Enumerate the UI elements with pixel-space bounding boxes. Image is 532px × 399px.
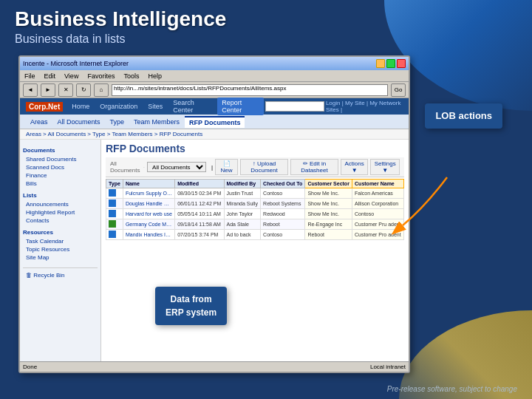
- cell-name[interactable]: Harvard for web use: [123, 209, 174, 219]
- table-row: Harvard for web use 05/05/14 10:11 AM Jo…: [106, 209, 404, 219]
- forward-button[interactable]: ►: [41, 83, 55, 97]
- edit-datasheet-button[interactable]: ✏ Edit in Datasheet: [290, 159, 338, 175]
- sp-search-input[interactable]: [265, 101, 324, 112]
- breadcrumb-text: Areas > All Documents > Type > Team Memb…: [26, 131, 202, 137]
- sp-nav-home[interactable]: Home: [67, 101, 94, 112]
- cell-modified-by: Ada Stale: [224, 219, 261, 230]
- cell-modified-by: John Taylor: [224, 209, 261, 219]
- cell-modified-by: Justin Trust: [224, 188, 261, 199]
- content-area: Documents Shared Documents Scanned Docs …: [20, 140, 409, 373]
- browser-controls: [376, 59, 406, 68]
- menu-tools[interactable]: Tools: [122, 72, 140, 80]
- breadcrumb: Areas > All Documents > Type > Team Memb…: [20, 129, 409, 140]
- cell-customer-sector: Show Me Inc.: [305, 209, 352, 219]
- new-button[interactable]: 📄 New: [215, 159, 238, 175]
- cell-checked-out: Reboot Systems: [261, 199, 305, 209]
- cell-checked-out: Redwood: [261, 209, 305, 219]
- page-subtitle: Business data in lists: [15, 33, 226, 46]
- col-header-type[interactable]: Type: [106, 180, 123, 188]
- menu-view[interactable]: View: [63, 72, 80, 80]
- sp-logo: Corp.Net: [26, 102, 63, 112]
- go-button[interactable]: Go: [391, 83, 406, 97]
- upload-button[interactable]: ↑ Upload Document: [240, 159, 288, 175]
- cell-type: [106, 230, 123, 240]
- browser-title: Incente - Microsoft Internet Explorer: [23, 60, 129, 67]
- browser-statusbar: Done Local intranet: [20, 361, 409, 372]
- sp-site-type[interactable]: Type: [106, 117, 129, 127]
- cell-name[interactable]: Fulcrum Supply Orders: [123, 188, 174, 199]
- lob-actions-text: LOB actions: [435, 110, 492, 121]
- sp-site-all-docs[interactable]: All Documents: [53, 117, 105, 127]
- col-header-checked-out[interactable]: Checked Out To: [261, 180, 305, 188]
- refresh-button[interactable]: ↻: [76, 83, 91, 97]
- list-title: RFP Documents: [106, 143, 404, 154]
- menu-file[interactable]: File: [23, 72, 37, 80]
- table-row: Mandix Handles Inc. 07/20/15 3:74 PM Ad …: [106, 230, 404, 240]
- sidebar-finance[interactable]: Finance: [23, 171, 98, 180]
- sidebar-sitemap[interactable]: Site Map: [23, 253, 98, 262]
- cell-checked-out: Contoso: [261, 230, 305, 240]
- lob-actions-callout: LOB actions: [425, 103, 502, 129]
- main-content: RFP Documents All Documents · All Docume…: [101, 140, 409, 373]
- cell-name[interactable]: Mandix Handles Inc.: [123, 230, 174, 240]
- sidebar-bills[interactable]: Bills: [23, 180, 98, 188]
- sp-nav-report[interactable]: Report Center: [217, 98, 264, 115]
- minimize-button[interactable]: [376, 59, 385, 68]
- cell-name[interactable]: Douglas Handle Services: [123, 199, 174, 209]
- erp-line2: ERP system: [166, 306, 216, 319]
- sidebar-shared-docs[interactable]: Shared Documents: [23, 155, 98, 163]
- arrow-indicator: [388, 170, 462, 247]
- browser-menubar: File Edit View Favorites Tools Help: [20, 70, 409, 82]
- cell-modified: 06/01/11 12:42 PM: [175, 199, 224, 209]
- sidebar-tasks[interactable]: Task Calendar: [23, 237, 98, 245]
- sidebar-contacts[interactable]: Contacts: [23, 216, 98, 225]
- sp-nav-sites[interactable]: Sites: [143, 101, 167, 112]
- erp-line1: Data from: [166, 293, 216, 306]
- sidebar-docs-title: Documents: [23, 147, 98, 154]
- col-header-modified-by[interactable]: Modified By: [224, 180, 261, 188]
- sp-site-nav: Areas All Documents Type Team Members RF…: [20, 115, 409, 129]
- sidebar-highlighted[interactable]: Highlighted Report: [23, 208, 98, 216]
- sp-site-rfp[interactable]: RFP Documents: [185, 116, 245, 128]
- stop-button[interactable]: ✕: [58, 83, 73, 97]
- sidebar-recycle[interactable]: 🗑 Recycle Bin: [23, 271, 98, 279]
- browser-titlebar: Incente - Microsoft Internet Explorer: [20, 57, 409, 70]
- address-bar[interactable]: http://in...m/sites/intranet/docs/Lists/…: [112, 84, 388, 96]
- menu-favorites[interactable]: Favorites: [86, 72, 116, 80]
- maximize-button[interactable]: [386, 59, 395, 68]
- browser-toolbar: ◄ ► ✕ ↻ ⌂ http://in...m/sites/intranet/d…: [20, 82, 409, 98]
- sp-site-team[interactable]: Team Members: [129, 117, 184, 127]
- sp-site-areas[interactable]: Areas: [26, 117, 52, 127]
- zone-text: Local intranet: [370, 364, 406, 370]
- sidebar: Documents Shared Documents Scanned Docs …: [20, 140, 101, 373]
- sidebar-lists-title: Lists: [23, 192, 98, 199]
- list-toolbar: All Documents · All Documents My Documen…: [106, 157, 404, 177]
- sp-nav-search[interactable]: Search Center: [168, 98, 216, 115]
- menu-edit[interactable]: Edit: [43, 72, 58, 80]
- col-header-modified[interactable]: Modified: [175, 180, 224, 188]
- home-button[interactable]: ⌂: [94, 83, 109, 97]
- cell-type: [106, 219, 123, 230]
- sidebar-scanned[interactable]: Scanned Docs: [23, 163, 98, 171]
- actions-button[interactable]: Actions ▼: [341, 159, 368, 175]
- cell-modified-by: Miranda Sully: [224, 199, 261, 209]
- cell-checked-out: Contoso: [261, 188, 305, 199]
- sp-nav-organization[interactable]: Organization: [95, 101, 142, 112]
- sp-top-nav: Corp.Net Home Organization Sites Search …: [20, 98, 409, 115]
- col-header-name[interactable]: Name: [123, 180, 174, 188]
- sidebar-announcements[interactable]: Announcements: [23, 200, 98, 208]
- cell-type: [106, 209, 123, 219]
- sidebar-topic[interactable]: Topic Resources: [23, 245, 98, 253]
- view-selector[interactable]: All Documents My Documents: [147, 162, 206, 172]
- cell-checked-out: Reboot: [261, 219, 305, 230]
- page-title: Business Intelligence: [15, 7, 226, 31]
- cell-name[interactable]: Germany Code Mortgages: [123, 219, 174, 230]
- cell-customer-sector: Re-Engage Inc: [305, 219, 352, 230]
- footer-note: Pre-release software, subject to change: [387, 385, 517, 393]
- erp-callout: Data from ERP system: [155, 287, 227, 325]
- col-header-customer-sector[interactable]: Customer Sector: [305, 180, 352, 188]
- close-button[interactable]: [397, 59, 406, 68]
- browser-window: Incente - Microsoft Internet Explorer Fi…: [18, 55, 410, 373]
- back-button[interactable]: ◄: [23, 83, 38, 97]
- menu-help[interactable]: Help: [146, 72, 163, 80]
